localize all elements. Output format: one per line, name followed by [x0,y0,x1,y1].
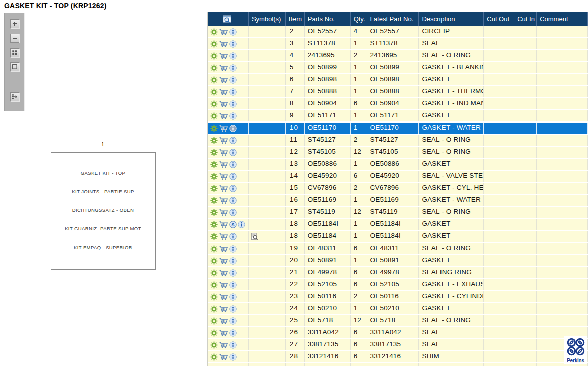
table-row[interactable]: 24OE502101OE50210GASKET [208,303,588,315]
info-icon[interactable] [229,257,237,265]
table-row[interactable]: 2833121416633121416SHIM [208,351,588,363]
gear-icon[interactable] [210,125,218,132]
gear-icon[interactable] [210,317,218,325]
info-icon[interactable] [229,137,237,144]
table-row[interactable]: 2733817135633817135SEAL [208,339,588,351]
info-icon[interactable] [229,125,237,132]
gear-icon[interactable] [210,245,218,253]
table-row[interactable]: 22OE521056OE52105GASKET - EXHAUST [208,279,588,291]
info-icon[interactable] [229,161,237,168]
fit-view-button[interactable] [10,62,19,71]
info-icon[interactable] [229,28,237,36]
gear-icon[interactable] [210,185,218,192]
info-icon[interactable] [229,100,237,108]
table-row[interactable]: 20OE508911OE50891GASKET [208,255,588,267]
cart-icon[interactable] [219,281,228,289]
info-icon[interactable] [229,149,237,156]
gear-icon[interactable] [210,209,218,216]
table-row[interactable]: 25OE571812OE5718SEAL - O RING [208,315,588,327]
info-icon[interactable] [229,305,237,313]
gear-icon[interactable] [210,161,218,168]
cart-icon[interactable] [219,185,228,192]
cart-icon[interactable] [219,28,228,36]
info-icon[interactable] [229,353,237,361]
gear-icon[interactable] [210,100,218,108]
gear-icon[interactable] [210,112,218,120]
cart-icon[interactable] [219,64,228,72]
gear-icon[interactable] [210,88,218,96]
gear-icon[interactable] [210,293,218,301]
info-icon[interactable] [229,76,237,84]
table-row[interactable]: 11ST451272ST45127SEAL - O RING [208,135,588,147]
table-row[interactable]: 2OE525574OE52557CIRCLIP [208,26,588,38]
column-header-actions[interactable] [208,12,249,26]
gear-icon[interactable] [210,305,218,313]
cart-icon[interactable] [219,161,228,168]
table-row[interactable]: 12ST4510512ST45105SEAL - O RING [208,147,588,159]
cart-icon[interactable] [219,137,228,144]
info-icon[interactable] [229,329,237,337]
gear-icon[interactable] [210,28,218,36]
table-row[interactable]: 17ST4511912ST45119SEAL - O RING [208,207,588,219]
cart-icon[interactable] [219,245,228,253]
cart-icon[interactable] [219,317,228,325]
cart-icon[interactable] [219,233,228,240]
supersession-icon[interactable]: S [229,221,237,228]
info-icon[interactable] [229,233,237,240]
table-row[interactable]: 14OE459206OE45920SEAL - VALVE STEM [208,171,588,183]
table-row[interactable]: 16OE511691OE51169GASKET - WATER INLET [208,195,588,207]
cart-icon[interactable] [219,100,228,108]
diagram-callout-1[interactable]: 1 [101,141,104,147]
info-icon[interactable] [238,221,245,228]
info-icon[interactable] [229,197,237,204]
info-icon[interactable] [229,40,237,48]
table-row[interactable]: S18OE51184I1OE51184IGASKET [208,219,588,231]
table-row[interactable]: 7OE508881OE50888GASKET - THERMOSTAT [208,86,588,98]
info-icon[interactable] [229,52,237,60]
table-row[interactable]: 4241369522413695SEAL - O RING [208,50,588,62]
cart-icon[interactable] [219,88,228,96]
cart-icon[interactable] [219,76,228,84]
cart-icon[interactable] [219,341,228,349]
gear-icon[interactable] [210,76,218,84]
gear-icon[interactable] [210,64,218,72]
symbol-document-magnifier-icon[interactable] [251,233,258,240]
cart-icon[interactable] [219,293,228,301]
cart-icon[interactable] [219,257,228,265]
cart-icon[interactable] [219,353,228,361]
zoom-in-button[interactable] [10,19,19,28]
gear-icon[interactable] [210,341,218,349]
table-row[interactable]: 9OE511711OE51171GASKET [208,110,588,123]
cart-icon[interactable] [219,197,228,204]
info-icon[interactable] [229,64,237,72]
cart-icon[interactable] [219,173,228,180]
table-row[interactable]: 19OE483116OE48311SEAL - O RING [208,243,588,255]
toggle-parts-list-button[interactable] [10,92,19,101]
cart-icon[interactable] [219,221,228,228]
gear-icon[interactable] [210,257,218,265]
info-icon[interactable] [229,245,237,253]
cart-icon[interactable] [219,269,228,277]
info-icon[interactable] [229,317,237,325]
thumbnail-view-button[interactable] [10,48,19,57]
table-row[interactable]: 6OE508981OE50898GASKET [208,74,588,86]
table-row[interactable]: 3ST113781ST11378SEAL [208,38,588,50]
table-row[interactable]: 18OE511841OE51184IGASKET [208,231,588,243]
gear-icon[interactable] [210,149,218,156]
cart-icon[interactable] [219,329,228,337]
cart-icon[interactable] [219,52,228,60]
gear-icon[interactable] [210,329,218,337]
info-icon[interactable] [229,88,237,96]
info-icon[interactable] [229,112,237,120]
cart-icon[interactable] [219,305,228,313]
gear-icon[interactable] [210,137,218,144]
gear-icon[interactable] [210,281,218,289]
gear-icon[interactable] [210,233,218,240]
cart-icon[interactable] [219,209,228,216]
gear-icon[interactable] [210,197,218,204]
table-row[interactable]: 8OE509046OE50904GASKET - IND MANIFOLD [208,98,588,110]
table-row[interactable]: 23OE501162OE50116GASKET - CYLINDER HEAD [208,291,588,303]
table-row-selected[interactable]: 10OE511701OE51170GASKET - WATER PUMP [208,123,588,135]
cart-icon[interactable] [219,149,228,156]
zoom-out-button[interactable] [10,34,19,43]
